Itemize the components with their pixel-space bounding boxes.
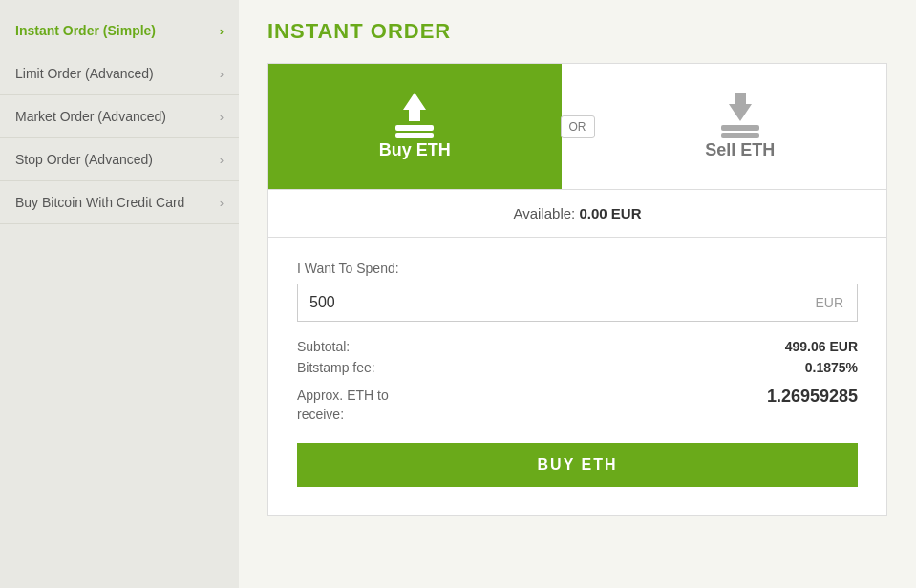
buy-panel-label: Buy ETH [379,140,451,160]
sell-panel[interactable]: Sell ETH [594,64,887,189]
sidebar-item-label: Instant Order (Simple) [15,23,156,38]
chevron-right-icon: › [220,67,224,81]
sidebar-item-label: Buy Bitcoin With Credit Card [15,195,184,210]
subtotal-row: Subtotal: 499.06 EUR [297,339,858,354]
chevron-right-icon: › [220,196,224,210]
sidebar-item-label: Market Order (Advanced) [15,109,166,124]
svg-rect-4 [721,125,759,131]
buy-sell-toggle: Buy ETH OR Sell ETH [267,63,887,190]
form-section: I Want To Spend: EUR Subtotal: 499.06 EU… [267,238,887,516]
available-amount: 0.00 EUR [579,205,641,221]
page-title: INSTANT ORDER [267,19,887,44]
upload-icon [712,93,769,140]
sell-panel-label: Sell ETH [705,140,775,160]
available-label: Available: [514,205,576,221]
currency-label: EUR [801,284,857,321]
main-content: INSTANT ORDER Buy ETH OR Sell ETH Availa… [239,0,916,588]
sidebar-item-buy-bitcoin-cc[interactable]: Buy Bitcoin With Credit Card› [0,181,239,224]
chevron-right-icon: › [220,110,224,124]
sidebar-item-limit-order[interactable]: Limit Order (Advanced)› [0,52,239,95]
fee-row: Bitstamp fee: 0.1875% [297,360,858,375]
subtotal-label: Subtotal: [297,339,350,354]
sidebar-item-label: Limit Order (Advanced) [15,66,154,81]
svg-rect-1 [395,125,434,131]
sidebar-item-label: Stop Order (Advanced) [15,152,153,167]
spend-input-group: EUR [297,284,858,322]
or-badge: OR [561,116,595,138]
svg-marker-3 [729,93,752,121]
chevron-right-icon: › [220,153,224,167]
sidebar-item-instant-order[interactable]: Instant Order (Simple)› [0,10,239,52]
svg-marker-0 [403,93,426,121]
fee-value: 0.1875% [805,360,858,375]
buy-eth-button[interactable]: BUY ETH [297,443,858,487]
sidebar-item-stop-order[interactable]: Stop Order (Advanced)› [0,138,239,181]
sidebar-item-market-order[interactable]: Market Order (Advanced)› [0,95,239,138]
download-icon [386,93,443,140]
svg-rect-2 [395,133,434,138]
sidebar: Instant Order (Simple)›Limit Order (Adva… [0,0,239,588]
chevron-right-icon: › [220,24,224,38]
svg-rect-5 [721,133,759,138]
approx-value: 1.26959285 [767,387,858,424]
spend-input[interactable] [298,284,801,321]
buy-panel[interactable]: Buy ETH [268,64,562,189]
subtotal-value: 499.06 EUR [785,339,858,354]
spend-label: I Want To Spend: [297,261,858,276]
fee-label: Bitstamp fee: [297,360,375,375]
available-section: Available: 0.00 EUR [267,190,887,238]
approx-row: Approx. ETH to receive: 1.26959285 [297,387,858,424]
approx-label: Approx. ETH to receive: [297,387,412,424]
